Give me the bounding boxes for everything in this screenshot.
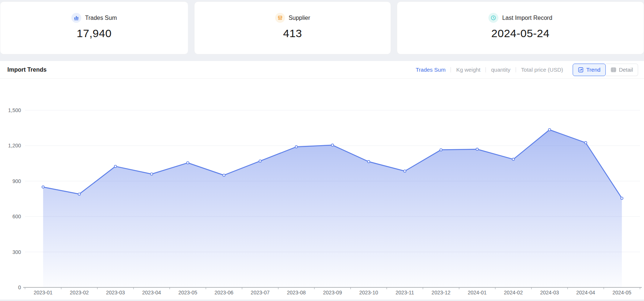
trade-dashboard: Trades Sum 17,940 Supplier 413: [0, 0, 644, 300]
svg-text:2023-07: 2023-07: [251, 290, 270, 295]
svg-text:2023-10: 2023-10: [359, 290, 378, 295]
stat-value: 17,940: [77, 27, 112, 40]
panel-title: Import Trends: [7, 67, 47, 73]
tab-quantity[interactable]: quantity: [491, 67, 510, 73]
detail-button-label: Detail: [619, 67, 633, 73]
svg-text:2023-08: 2023-08: [287, 290, 306, 295]
svg-text:2023-12: 2023-12: [431, 290, 451, 295]
svg-text:1,200: 1,200: [8, 143, 21, 148]
stat-value: 413: [283, 27, 302, 40]
trend-button-label: Trend: [586, 67, 601, 73]
stat-label: Trades Sum: [85, 15, 117, 21]
trend-chart-icon: [578, 67, 584, 73]
svg-text:0: 0: [18, 284, 21, 290]
svg-text:2023-06: 2023-06: [214, 290, 234, 295]
svg-text:1,500: 1,500: [8, 107, 21, 113]
stats-row: Trades Sum 17,940 Supplier 413: [0, 0, 644, 54]
stat-value: 2024-05-24: [491, 27, 549, 40]
svg-text:2023-02: 2023-02: [70, 290, 89, 295]
tab-total-price[interactable]: Total price (USD): [521, 67, 563, 73]
trend-chart-svg: 03006009001,2001,5002023-012023-022023-0…: [0, 79, 644, 299]
svg-text:2024-04: 2024-04: [576, 290, 595, 295]
stat-label: Supplier: [289, 15, 310, 21]
svg-text:2024-01: 2024-01: [468, 290, 487, 295]
separator: [485, 67, 486, 72]
metric-tabs: Trades Sum Kg weight quantity Total pric…: [416, 67, 563, 73]
separator: [516, 67, 516, 72]
bar-chart-icon: [71, 13, 81, 23]
trend-button[interactable]: Trend: [573, 64, 606, 76]
svg-text:2024-02: 2024-02: [504, 290, 523, 295]
import-trends-panel: Import Trends Trades Sum Kg weight quant…: [0, 61, 644, 300]
svg-text:300: 300: [13, 249, 21, 255]
svg-text:2023-05: 2023-05: [178, 290, 198, 295]
svg-text:2024-05: 2024-05: [612, 290, 631, 295]
detail-button[interactable]: Detail: [606, 64, 638, 76]
stat-label: Last Import Record: [502, 15, 552, 21]
svg-text:2023-09: 2023-09: [323, 290, 342, 295]
shop-icon: [275, 13, 285, 23]
stat-card-trades-sum: Trades Sum 17,940: [0, 1, 188, 54]
svg-text:2023-03: 2023-03: [106, 290, 125, 295]
svg-text:2023-11: 2023-11: [396, 290, 414, 295]
svg-text:900: 900: [13, 178, 21, 184]
svg-text:600: 600: [13, 214, 21, 219]
table-icon: [611, 67, 616, 73]
stat-card-supplier: Supplier 413: [194, 1, 391, 54]
tab-trades-sum[interactable]: Trades Sum: [416, 67, 445, 73]
view-switch: Trend Detail: [573, 64, 638, 76]
tab-kg-weight[interactable]: Kg weight: [456, 67, 480, 73]
svg-text:2024-03: 2024-03: [540, 290, 559, 295]
svg-text:2023-01: 2023-01: [33, 290, 53, 295]
separator: [451, 67, 451, 72]
stat-card-last-import: Last Import Record 2024-05-24: [397, 1, 644, 54]
panel-header: Import Trends Trades Sum Kg weight quant…: [0, 61, 644, 79]
trend-chart: 03006009001,2001,5002023-012023-022023-0…: [0, 79, 644, 299]
svg-text:2023-04: 2023-04: [142, 290, 161, 295]
clock-icon: [488, 13, 498, 23]
